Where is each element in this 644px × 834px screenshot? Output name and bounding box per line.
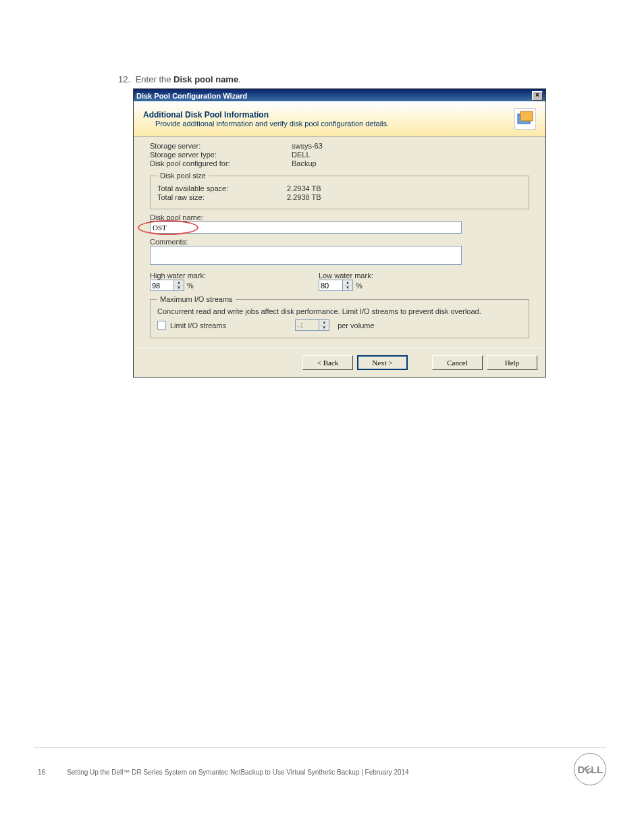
dell-logo: DELL [574,753,606,785]
low-water-label: Low water mark: [319,271,440,280]
chevron-up-icon[interactable]: ▲ [343,280,352,286]
io-streams-spin-buttons: ▲ ▼ [319,319,329,331]
step-prefix: Enter the [136,74,173,84]
low-water-spinner[interactable]: ▲ ▼ % [319,280,363,291]
chevron-down-icon[interactable]: ▼ [174,286,184,290]
comments-label: Comments: [150,238,529,246]
storage-server-label: Storage server: [150,142,292,150]
total-raw-value: 2.2938 TB [287,193,321,201]
total-available-value: 2.2934 TB [287,184,321,192]
wizard-body: Storage server:swsys-63 Storage server t… [134,137,545,348]
chevron-up-icon[interactable]: ▲ [174,280,184,286]
max-io-hint: Concurrent read and write jobs affect di… [157,307,522,315]
dell-logo-text: DELL [577,764,602,775]
io-streams-spinner: ▲ ▼ [295,319,329,331]
step-instruction: 12. Enter the Disk pool name. [118,74,604,84]
disk-pool-name-input[interactable] [150,221,462,234]
limit-io-checkbox[interactable] [157,321,166,330]
window-title: Disk Pool Configuration Wizard [136,92,247,100]
wizard-button-bar: < Back Next > Cancel Help [134,348,545,377]
total-raw-label: Total raw size: [157,193,287,201]
storage-server-value: swsys-63 [292,142,323,150]
step-number: 12. [118,74,130,84]
comments-input[interactable] [150,246,462,265]
high-water-input[interactable] [150,280,174,291]
help-button[interactable]: Help [487,355,537,370]
disk-pool-configured-value: Backup [292,159,317,167]
svg-rect-1 [520,111,533,121]
max-io-legend: Maximum I/O streams [157,295,236,303]
close-icon[interactable]: × [532,91,543,101]
step-bold: Disk pool name [173,74,238,84]
wizard-window: Disk Pool Configuration Wizard × Additio… [133,88,546,377]
footer-text: Setting Up the Dell™ DR Series System on… [67,768,409,776]
high-water-label: High water mark: [150,271,271,280]
io-streams-input [295,319,319,331]
disk-pool-size-legend: Disk pool size [157,172,209,180]
total-available-label: Total available space: [157,184,287,192]
low-water-unit: % [356,282,363,290]
wizard-icon [514,108,536,130]
high-water-spinner[interactable]: ▲ ▼ % [150,280,194,291]
storage-server-type-label: Storage server type: [150,151,292,159]
wizard-header: Additional Disk Pool Information Provide… [134,101,545,137]
header-text: Additional Disk Pool Information Provide… [143,110,389,128]
low-water-input[interactable] [319,280,343,291]
chevron-down-icon[interactable]: ▼ [343,286,352,290]
page-footer: 16 Setting Up the Dell™ DR Series System… [38,768,605,776]
disk-pool-name-label: Disk pool name: [150,213,529,221]
page-content: 12. Enter the Disk pool name. Disk Pool … [118,74,604,377]
step-suffix: . [238,74,241,84]
footer-rule [34,747,606,748]
disk-pool-configured-label: Disk pool configured for: [150,159,292,167]
header-desc: Provide additional information and verif… [155,120,389,128]
page-number: 16 [38,768,45,776]
cancel-button[interactable]: Cancel [432,355,483,370]
chevron-down-icon: ▼ [319,325,329,330]
low-water-spin-buttons[interactable]: ▲ ▼ [343,280,353,291]
water-marks-row: High water mark: ▲ ▼ % Low water mark: [150,271,529,291]
storage-server-type-value: DELL [292,151,311,159]
max-io-group: Maximum I/O streams Concurrent read and … [150,295,529,338]
next-button[interactable]: Next > [357,355,408,370]
back-button[interactable]: < Back [302,355,353,370]
high-water-spin-buttons[interactable]: ▲ ▼ [174,280,184,291]
titlebar[interactable]: Disk Pool Configuration Wizard × [134,89,545,101]
disk-pool-size-group: Disk pool size Total available space:2.2… [150,172,529,209]
header-title: Additional Disk Pool Information [143,110,389,120]
per-volume-label: per volume [338,321,374,330]
chevron-up-icon: ▲ [319,320,329,325]
high-water-unit: % [187,282,194,290]
limit-io-label: Limit I/O streams [170,321,226,330]
